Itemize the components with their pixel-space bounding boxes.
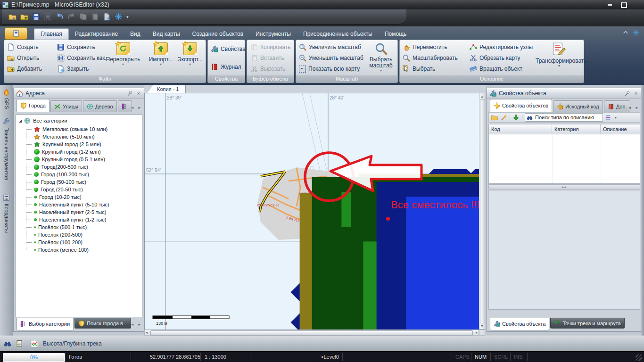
crop-map-button[interactable]: Обрезать карту: [470, 53, 520, 63]
tree-item[interactable]: Город (10-20 тыс): [26, 193, 82, 201]
help-logo-icon[interactable]: [633, 29, 639, 36]
select-scale-button[interactable]: Выбрать масштаб▾: [366, 42, 396, 73]
freeze-icon[interactable]: [115, 13, 123, 21]
application-button[interactable]: [5, 27, 27, 40]
category-tree[interactable]: ◢ Все категории Мегаполис (свыше 10 млн)…: [16, 115, 142, 317]
type-table-body[interactable]: [488, 134, 640, 184]
tab-prisoedinennye-obekty[interactable]: Присоединенные объекты: [297, 29, 379, 40]
status-map-scale[interactable]: 1 : 13000: [205, 354, 226, 360]
scrollbar-thumb[interactable]: [480, 99, 485, 323]
tab-categories-icon-only[interactable]: [118, 100, 132, 112]
fit-map-button[interactable]: Показать всю карту: [299, 64, 360, 74]
tab-pomosch[interactable]: Помощь: [379, 29, 413, 40]
column-code[interactable]: Код: [489, 124, 552, 134]
tree-item[interactable]: Крупный город (0.5-1 млн): [26, 156, 105, 163]
gps-panel-tab[interactable]: GPS: [0, 89, 13, 109]
track-profile-bar[interactable]: Высота/Глубина трека: [0, 336, 644, 351]
expander-icon[interactable]: ◢: [19, 119, 22, 123]
tab-object-properties[interactable]: Свойства объектов: [490, 99, 552, 112]
tab-streets[interactable]: Улицы: [50, 100, 82, 112]
scroll-right-icon[interactable]: ▸: [476, 330, 478, 335]
copy-icon[interactable]: [79, 13, 87, 21]
rotate-object-button[interactable]: Вращать объект: [470, 64, 522, 74]
dropdown-arrow-icon[interactable]: ▾: [615, 115, 617, 120]
pin-icon[interactable]: [126, 90, 133, 97]
tab-cities[interactable]: Города: [17, 99, 50, 112]
collapse-ribbon-icon[interactable]: [622, 29, 629, 36]
tree-item[interactable]: Посёлок (100-200): [26, 239, 83, 246]
journal-button[interactable]: Журнал: [211, 62, 241, 72]
apply-down-icon[interactable]: [512, 114, 520, 121]
move-button[interactable]: Переместить: [403, 42, 447, 52]
redo-icon[interactable]: [67, 13, 75, 21]
map-canvas[interactable]: 28° 39' 28° 40' 52° 54': [144, 93, 480, 330]
tree-item[interactable]: Населённый пункт (1-2 тыс): [26, 216, 106, 223]
open-button[interactable]: Открыть: [7, 53, 39, 63]
resize-grip[interactable]: [636, 354, 642, 361]
minimize-button[interactable]: [603, 2, 616, 8]
zoom-in-button[interactable]: +Увеличить масштаб: [299, 42, 361, 52]
tab-tree[interactable]: Дерево: [83, 100, 117, 112]
transform-button[interactable]: Трансформировать▾: [536, 42, 583, 68]
qat-dropdown-icon[interactable]: ▾: [126, 15, 129, 19]
tree-item[interactable]: Крупный город (2-5 млн): [26, 140, 101, 148]
map-vertical-scrollbar[interactable]: ▴ ▾: [479, 93, 485, 329]
binoculars-icon[interactable]: [4, 340, 11, 347]
save-all-icon[interactable]: [44, 13, 52, 21]
scroll-left-icon[interactable]: ◂: [146, 330, 148, 335]
property-details-pane[interactable]: [488, 190, 640, 310]
close-icon[interactable]: ×: [633, 90, 639, 96]
zoom-out-button[interactable]: −Уменьшить масштаб: [299, 53, 363, 63]
reopen-button[interactable]: Переоткрыть▾: [101, 42, 145, 66]
scroll-down-icon[interactable]: ▾: [479, 323, 485, 329]
open-type-icon[interactable]: [491, 114, 498, 121]
tab-city-search[interactable]: Поиск города в: [74, 318, 131, 329]
paste-button[interactable]: Вставить: [251, 53, 284, 63]
add-button[interactable]: Добавить: [7, 64, 42, 74]
scale-tool-button[interactable]: Масштабировать: [403, 53, 458, 63]
export-freeze-icon[interactable]: [103, 13, 111, 21]
tab-track-points[interactable]: Точки трека и маршрута: [550, 318, 624, 329]
coordinates-panel-tab[interactable]: Координаты: [0, 194, 13, 233]
toolbox-panel-tab[interactable]: Панель инструментов: [0, 118, 13, 180]
map-horizontal-scrollbar[interactable]: ◂ ▸: [144, 329, 479, 336]
tree-item[interactable]: Мегаполис (свыше 10 млн): [26, 125, 107, 133]
tree-item[interactable]: Крупный город (1-2 млн): [26, 148, 101, 156]
column-description[interactable]: Описание: [601, 124, 638, 134]
new-button[interactable]: Создать: [7, 42, 39, 52]
tab-object-props-bottom[interactable]: Свойства объекта: [490, 318, 549, 330]
tab-redaktirovanie[interactable]: Редактирование: [69, 29, 124, 40]
splitter-bar[interactable]: ▴▴: [488, 184, 640, 189]
selection-vertex-markers[interactable]: [307, 169, 480, 330]
tree-item[interactable]: Город (100-200 тыс): [26, 171, 89, 178]
tab-vid[interactable]: Вид: [124, 29, 147, 40]
status-level[interactable]: >Level0: [321, 354, 339, 360]
save-icon[interactable]: [32, 13, 40, 21]
export-button[interactable]: Экспорт...▾: [176, 42, 204, 66]
tree-item[interactable]: Посёлок (менее 100): [26, 246, 89, 254]
maximize-button[interactable]: [618, 2, 630, 8]
add-map-icon[interactable]: [20, 13, 28, 21]
tab-scroll-arrows[interactable]: ◂ ▸: [131, 105, 142, 110]
select-tool-button[interactable]: Выбрать: [403, 64, 435, 74]
scrollbar-thumb[interactable]: [150, 330, 473, 336]
properties-button[interactable]: Свойства: [211, 44, 246, 54]
map-document-tab[interactable]: Копия - 1: [147, 85, 186, 93]
tab-glavnaya[interactable]: Главная: [34, 28, 69, 40]
undo-icon[interactable]: [56, 13, 64, 21]
tab-extra[interactable]: Доп.: [604, 100, 631, 112]
scroll-up-icon[interactable]: ▴: [479, 94, 485, 99]
tree-item[interactable]: Населённый пункт (2-5 тыс): [26, 208, 106, 216]
type-search-box[interactable]: [525, 113, 603, 122]
type-search-input[interactable]: [534, 114, 601, 121]
edit-nodes-button[interactable]: Редактировать узлы: [470, 42, 533, 52]
tab-source-code[interactable]: Исходный код: [553, 100, 603, 112]
tree-item[interactable]: Посёлок (500-1 тыс): [26, 223, 87, 231]
tab-instrumenty[interactable]: Инструменты: [249, 29, 297, 40]
tab-sozdanie-obektov[interactable]: Создание объектов: [186, 29, 250, 40]
save-button[interactable]: Сохранить: [57, 42, 95, 52]
wand-icon[interactable]: [500, 114, 507, 121]
cut-button[interactable]: Вырезать: [251, 64, 285, 74]
copy-button[interactable]: Копировать: [251, 42, 291, 52]
tree-item[interactable]: Город (50-100 тыс): [26, 178, 86, 186]
